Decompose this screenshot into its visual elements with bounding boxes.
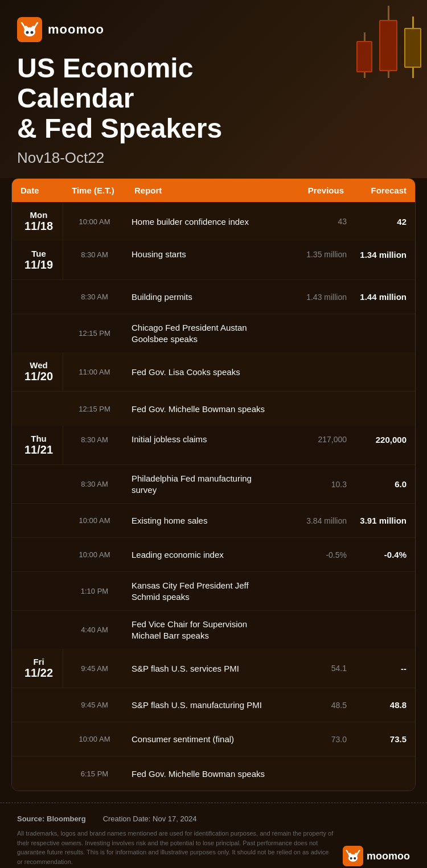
forecast-cell: 6.0 [352,471,415,497]
day-group-fri: Fri 11/22 9:45 AM S&P flash U.S. service… [12,649,415,791]
forecast-cell [352,401,415,417]
previous-cell: -0.5% [278,542,352,567]
forecast-cell: 3.91 million [352,508,415,533]
forecast-cell: 73.5 [352,726,415,752]
table-row: 8:30 AM Philadelphia Fed manufacturing s… [12,465,415,504]
previous-cell: 10.3 [278,472,352,497]
previous-cell: 1.43 million [278,285,352,310]
forecast-cell: 220,000 [352,427,415,452]
forecast-cell: 1.34 million [352,242,415,268]
forecast-cell: 1.44 million [352,284,415,310]
table-row: 9:45 AM S&P flash U.S. manufacturing PMI… [12,688,415,722]
date-cell-fri: Fri 11/22 [12,649,63,688]
report-cell: S&P flash U.S. services PMI [126,655,278,682]
previous-cell: 1.35 million [278,242,352,267]
svg-point-11 [354,857,356,859]
footer-source-line: Source: Bloomberg Creation Date: Nov 17,… [17,814,410,823]
report-cell: Philadelphia Fed manufacturing survey [126,465,278,503]
col-forecast: Forecast [344,186,407,195]
forecast-cell [352,364,415,380]
report-cell: Consumer sentiment (final) [126,726,278,753]
time-cell: 9:45 AM [63,656,126,681]
report-cell: Chicago Fed President Austan Goolsbee sp… [126,314,278,352]
time-cell: 10:00 AM [63,542,126,567]
table-row: Fri 11/22 9:45 AM S&P flash U.S. service… [12,649,415,688]
moomoo-logo-icon [17,17,42,42]
report-cell: Initial jobless claims [126,426,278,453]
table-row: 12:15 PM Fed Gov. Michelle Bowman speaks [12,392,415,426]
forecast-cell [352,583,415,599]
time-cell: 10:00 AM [63,508,126,533]
time-cell: 9:45 AM [63,693,126,717]
table-row: Thu 11/21 8:30 AM Initial jobless claims… [12,426,415,465]
report-cell: Fed Gov. Lisa Cooks speaks [126,359,278,386]
previous-cell [278,766,352,781]
footer-logo: moomoo [343,846,410,866]
svg-point-4 [26,31,29,34]
footer-disclaimer: All trademarks, logos and brand names me… [17,829,336,866]
day-group-wed: Wed 11/20 11:00 AM Fed Gov. Lisa Cooks s… [12,352,415,426]
forecast-cell: 48.8 [352,692,415,718]
report-cell: S&P flash U.S. manufacturing PMI [126,692,278,719]
report-cell: Fed Vice Chair for Supervision Michael B… [126,611,278,649]
day-group-thu: Thu 11/21 8:30 AM Initial jobless claims… [12,426,415,649]
candle-3 [404,17,421,78]
previous-cell: 217,000 [278,427,352,452]
time-cell: 1:10 PM [63,579,126,603]
table-row: Tue 11/19 8:30 AM Housing starts 1.35 mi… [12,241,415,280]
date-cell-mon: Mon 11/18 [12,202,63,241]
date-cell-thu: Thu 11/21 [12,426,63,464]
table-row: 1:10 PM Kansas City Fed President Jeff S… [12,572,415,611]
date-cell-tue: Tue 11/19 [12,241,63,279]
candlestick-decoration [356,6,421,78]
table-row: Wed 11/20 11:00 AM Fed Gov. Lisa Cooks s… [12,352,415,392]
day-group-mon: Mon 11/18 10:00 AM Home builder confiden… [12,202,415,241]
col-report: Report [134,186,270,195]
table-row: 4:40 AM Fed Vice Chair for Supervision M… [12,611,415,649]
date-range: Nov18-Oct22 [17,149,410,167]
time-cell: 8:30 AM [63,427,126,452]
table-header: Date Time (E.T.) Report Previous Forecas… [12,179,415,202]
forecast-cell: 42 [352,209,415,235]
forecast-cell: -0.4% [352,542,415,567]
time-cell: 10:00 AM [63,727,126,751]
footer-source: Source: Bloomberg [17,814,86,823]
economic-calendar-table: Date Time (E.T.) Report Previous Forecas… [11,178,416,791]
report-cell: Housing starts [126,241,278,268]
report-cell: Fed Gov. Michelle Bowman speaks [126,396,278,423]
svg-point-5 [31,31,34,34]
report-cell: Fed Gov. Michelle Bowman speaks [126,760,278,788]
time-cell: 6:15 PM [63,762,126,786]
previous-cell: 48.5 [278,693,352,718]
time-cell: 12:15 PM [63,397,126,421]
previous-cell [278,583,352,599]
svg-point-10 [350,857,352,859]
header-section: moomoo US Economic Calendar & Fed Speake… [0,0,427,178]
table-row: 6:15 PM Fed Gov. Michelle Bowman speaks [12,756,415,791]
day-group-tue: Tue 11/19 8:30 AM Housing starts 1.35 mi… [12,241,415,352]
col-time: Time (E.T.) [72,186,134,195]
forecast-cell [352,766,415,781]
table-row: 10:00 AM Existing home sales 3.84 millio… [12,504,415,538]
logo-area: moomoo [17,17,410,42]
report-cell: Leading economic index [126,541,278,569]
forecast-cell [352,326,415,342]
report-cell: Existing home sales [126,507,278,534]
previous-cell: 54.1 [278,656,352,681]
report-cell: Building permits [126,283,278,311]
table-row: Mon 11/18 10:00 AM Home builder confiden… [12,202,415,241]
time-cell: 4:40 AM [63,618,126,642]
report-cell: Home builder confidence index [126,208,278,236]
page-title: US Economic Calendar & Fed Speakers [17,54,253,143]
footer-section: Source: Bloomberg Creation Date: Nov 17,… [0,803,427,868]
footer-creation-date: Creation Date: Nov 17, 2024 [103,814,197,823]
table-row: 8:30 AM Building permits 1.43 million 1.… [12,280,415,314]
forecast-cell [352,622,415,638]
time-cell: 12:15 PM [63,321,126,345]
previous-cell: 3.84 million [278,508,352,533]
footer-bottom: All trademarks, logos and brand names me… [17,829,410,866]
time-cell: 10:00 AM [63,209,126,234]
previous-cell [278,401,352,417]
previous-cell: 73.0 [278,727,352,752]
time-cell: 8:30 AM [63,472,126,496]
